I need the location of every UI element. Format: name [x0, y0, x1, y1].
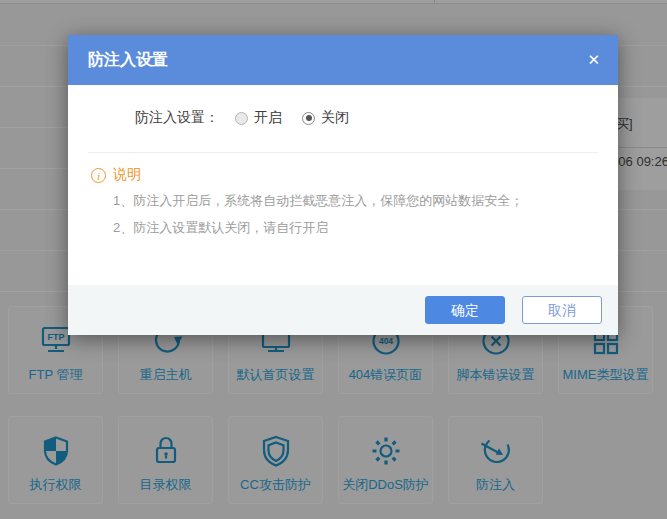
info-icon: i	[91, 168, 106, 183]
radio-icon-unselected[interactable]	[235, 112, 248, 125]
note-header: i 说明	[91, 166, 141, 184]
radio-option-on[interactable]: 开启	[235, 109, 282, 127]
note-title: 说明	[113, 166, 141, 184]
note-items: 1、防注入开启后，系统将自动拦截恶意注入，保障您的网站数据安全； 2、防注入设置…	[113, 191, 523, 245]
radio-option-off[interactable]: 关闭	[302, 109, 349, 127]
screen: 买] -06 09:26 FTP FTP 管理 重启主机 默认首页设置 404 …	[0, 0, 667, 519]
cancel-button[interactable]: 取消	[522, 296, 602, 324]
radio-label-on: 开启	[254, 109, 282, 127]
note-item-2: 2、防注入设置默认关闭，请自行开启	[113, 218, 523, 238]
dialog-footer: 确定 取消	[68, 285, 618, 335]
dialog-header: 防注入设置 ✕	[68, 35, 618, 85]
note-item-1: 1、防注入开启后，系统将自动拦截恶意注入，保障您的网站数据安全；	[113, 191, 523, 211]
field-label: 防注入设置：	[135, 109, 219, 127]
dialog-title: 防注入设置	[88, 35, 168, 85]
anti-injection-setting-row: 防注入设置： 开启 关闭	[135, 109, 369, 127]
anti-injection-dialog: 防注入设置 ✕ 防注入设置： 开启 关闭 i 说明 1、防注入开启后，系统将自动…	[68, 35, 618, 335]
divider	[88, 152, 598, 153]
close-icon[interactable]: ✕	[587, 35, 600, 85]
radio-icon-selected[interactable]	[302, 112, 315, 125]
confirm-button[interactable]: 确定	[425, 296, 505, 324]
radio-label-off: 关闭	[321, 109, 349, 127]
